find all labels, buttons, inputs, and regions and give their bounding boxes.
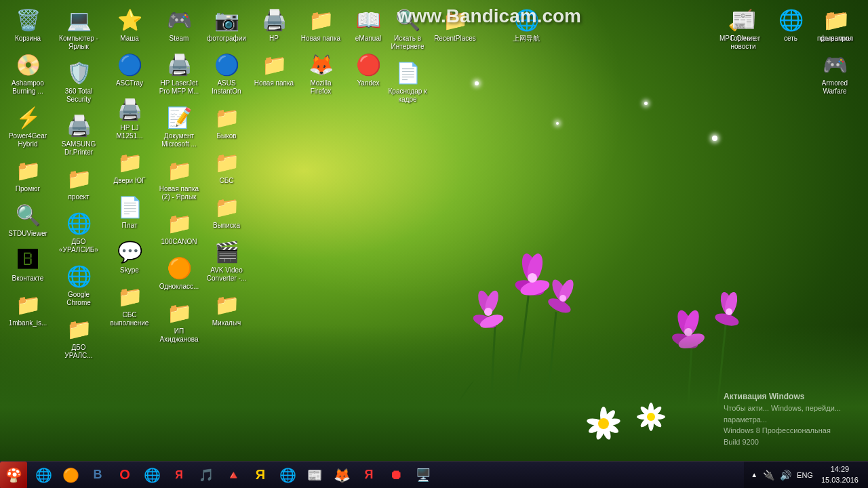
- desktop-icon-1mbank[interactable]: 📁1mbank_is...: [3, 288, 52, 330]
- recentplaces-label: RecentPlaces: [434, 35, 476, 43]
- tray-network[interactable]: 🔌: [762, 468, 776, 482]
- icon-column-col5: 📷фотографии🔵ASUS InstantOn📁Быков📁СБС📁Вып…: [202, 3, 251, 330]
- desktop-icon-mozilla[interactable]: 🦊Mozilla Firefox: [296, 48, 345, 98]
- desktop-icon-hp[interactable]: 🖨️HP: [250, 3, 298, 45]
- desktop-icon-steam[interactable]: 🎮Steam: [155, 3, 203, 45]
- desktop-icon-vkontakte[interactable]: 🅱Вконтакте: [3, 243, 52, 285]
- ip_akhidz-icon: 📁: [165, 299, 193, 326]
- desktop-icon-power4gear[interactable]: ⚡Power4Gear Hybrid: [3, 101, 52, 151]
- sbs-icon: 📁: [213, 148, 240, 176]
- desktop-icon-cbc_exec[interactable]: 📁СБС выполнение: [105, 280, 154, 330]
- desktop-icon-dbo_ural2[interactable]: 📁ДБО УРАЛС...: [54, 312, 103, 363]
- desktop-icon-skype[interactable]: 💬Skype: [105, 235, 154, 277]
- taskbar-ie[interactable]: 🌐: [31, 462, 56, 488]
- desktop-icon-360total[interactable]: 🛡️360 Total Security: [54, 56, 103, 106]
- desktop-icon-goryachie[interactable]: 📰Горячие новости: [719, 3, 768, 54]
- desktop-icon-hplaserjet[interactable]: 🖨️HP LaserJet Pro MFP M...: [155, 48, 203, 98]
- icon-column-col7: 📁Новая папка🦊Mozilla Firefox: [296, 3, 345, 98]
- vipiska-icon: 📁: [213, 193, 240, 220]
- taskbar-chrome-running[interactable]: 🌐: [275, 462, 300, 488]
- desktop-icon-dveriug[interactable]: 📁Двери ЮГ: [105, 146, 154, 188]
- icon-column-col4: 🎮Steam🖨️HP LaserJet Pro MFP M...📝Докумен…: [155, 3, 203, 346]
- tray-clock[interactable]: 14:29 15.03.2016: [817, 464, 863, 485]
- tray-lang[interactable]: ENG: [795, 470, 814, 481]
- taskbar-yandex-search[interactable]: Я: [166, 462, 192, 488]
- masha-icon: ⭐: [116, 6, 143, 33]
- desktop-icon-ip_akhidz[interactable]: 📁ИП Ахиджанова: [155, 296, 203, 346]
- desktop-icon-novpapka_label[interactable]: 📁Новая папка: [250, 48, 298, 90]
- icon-column-col_right2: 📁RecentPlaces: [431, 3, 479, 45]
- desktop-icon-avk[interactable]: 🎬AVK Video Converter -...: [202, 235, 251, 285]
- desktop-icon-iskat[interactable]: 🔍Искать в Интернете: [383, 3, 432, 54]
- taskbar-news[interactable]: 📰: [302, 462, 328, 488]
- taskbar-firefox[interactable]: 🦊: [329, 462, 355, 488]
- desktop-icon-novpapka2[interactable]: 📁Новая папка (2) - Ярлык: [155, 154, 203, 204]
- desktop-icon-promug[interactable]: 📁Промюг: [3, 154, 52, 196]
- desktop-icon-odnoklassniki[interactable]: 🟠Однокласс...: [155, 251, 203, 293]
- desktop-icon-sbs[interactable]: 📁СБС: [202, 146, 251, 188]
- goryachie-icon: 📰: [730, 6, 757, 33]
- ashampo-label: Ashampoo Burning ...: [6, 79, 50, 96]
- activation-notice: Активация Windows Чтобы акти... Windows,…: [724, 390, 841, 447]
- desktop-icon-google[interactable]: 🌐Google Chrome: [54, 260, 103, 310]
- desktop-icon-mihalich[interactable]: 📁Михалыч: [202, 288, 251, 330]
- foto-icon: 📷: [213, 6, 240, 33]
- desktop-icon-plat[interactable]: 📄Плат: [105, 190, 154, 232]
- taskbar-yandex-browser[interactable]: Я: [248, 462, 273, 488]
- desktop-icon-korzina[interactable]: 🗑️Корзина: [3, 3, 52, 45]
- desktop-icon-shangwang[interactable]: 🌐上网导航: [502, 3, 551, 45]
- desktop-icon-armored[interactable]: 🎮Armored Warfare: [810, 48, 859, 98]
- korzina-label: Корзина: [15, 35, 41, 43]
- skype-icon: 💬: [116, 238, 143, 265]
- tray-volume[interactable]: 🔊: [778, 468, 793, 482]
- desktop-icon-foto[interactable]: 📷фотографии: [202, 3, 251, 45]
- desktop-icon-dbo_ural[interactable]: 🌐ДБО «УРАЛСИБ»: [54, 207, 103, 257]
- desktop-icon-100canon[interactable]: 📁100CANON: [155, 207, 203, 249]
- start-button[interactable]: 🍄: [0, 462, 27, 489]
- asus-label: ASUS InstantOn: [205, 79, 248, 96]
- desktop-icon-compyad[interactable]: 💻Компьютер - Ярлык: [54, 3, 103, 54]
- desktop-icon-set[interactable]: 🌐сеть: [766, 3, 815, 45]
- steam-label: Steam: [170, 35, 189, 43]
- novpapka_ya-icon: 📁: [307, 6, 334, 33]
- desktop-icon-samsung[interactable]: 🖨️SAMSUNG Dr.Printer: [54, 109, 103, 159]
- stduview-icon: 🔍: [14, 201, 41, 228]
- dveriug-icon: 📁: [116, 148, 143, 176]
- dbo_ural-label: ДБО «УРАЛСИБ»: [57, 238, 100, 254]
- 100canon-icon: 📁: [165, 209, 193, 237]
- fyvaprol-icon: 📁: [823, 6, 850, 33]
- desktop-icon-bykov[interactable]: 📁Быков: [202, 101, 251, 143]
- desktop-icon-proekt[interactable]: 📁проект: [54, 162, 103, 204]
- desktop-icon-recentplaces[interactable]: 📁RecentPlaces: [431, 3, 479, 45]
- taskbar-record[interactable]: ⏺: [383, 462, 409, 488]
- icon-column-col_fyvaprol: 📁фывапрол: [812, 3, 861, 45]
- ip_akhidz-label: ИП Ахиджанова: [157, 327, 201, 344]
- taskbar-chrome[interactable]: 🌐: [139, 462, 165, 488]
- desktop-icon-fyvaprol[interactable]: 📁фывапрол: [812, 3, 861, 45]
- desktop-icon-stduview[interactable]: 🔍STDUViewer: [3, 199, 52, 241]
- tray-arrow[interactable]: ▲: [749, 470, 759, 480]
- avk-icon: 🎬: [213, 238, 240, 265]
- compyad-icon: 💻: [65, 6, 92, 33]
- desktop-icon-ashampo[interactable]: 📀Ashampoo Burning ...: [3, 48, 52, 98]
- taskbar-arch[interactable]: 🔺: [220, 462, 246, 488]
- taskbar-yandex3[interactable]: Я: [356, 462, 382, 488]
- desktop-icon-document[interactable]: 📝Документ Microsoft ...: [155, 101, 203, 151]
- taskbar-vk[interactable]: B: [85, 462, 111, 488]
- taskbar-winamp[interactable]: 🎵: [193, 462, 219, 488]
- desktop-icon-krasnodar[interactable]: 📄Краснодар к кадре: [383, 56, 432, 106]
- desktop-icon-asus[interactable]: 🔵ASUS InstantOn: [202, 48, 251, 98]
- taskbar-odnoklassniki[interactable]: 🟠: [58, 462, 83, 488]
- desktop-icon-hplj[interactable]: 🖨️HP LJ M1251...: [105, 93, 154, 143]
- dveriug-label: Двери ЮГ: [114, 177, 146, 185]
- desktop-icon-asctray[interactable]: 🔵ASCTray: [105, 48, 154, 90]
- 1mbank-icon: 📁: [14, 291, 41, 318]
- desktop-icon-masha[interactable]: ⭐Маша: [105, 3, 154, 45]
- desktop-icon-novpapka_ya[interactable]: 📁Новая папка: [296, 3, 345, 45]
- cbc_exec-label: СБС выполнение: [108, 311, 151, 327]
- samsung-icon: 🖨️: [65, 112, 92, 139]
- taskbar-screen[interactable]: 🖥️: [410, 462, 436, 488]
- desktop-icon-vipiska[interactable]: 📁Выписка: [202, 190, 251, 232]
- taskbar-opera[interactable]: O: [112, 462, 138, 488]
- proekt-icon: 📁: [65, 165, 92, 192]
